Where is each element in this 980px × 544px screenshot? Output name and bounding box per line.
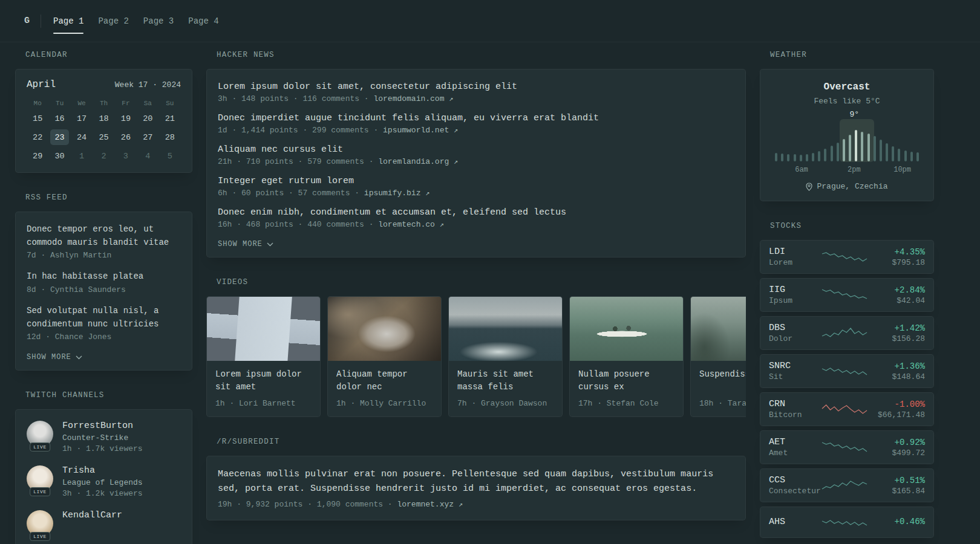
rss-item[interactable]: In hac habitasse platea 8d · Cynthia Sau… [27, 270, 181, 294]
weather-hour-bar [880, 140, 882, 161]
video-thumbnail[interactable] [570, 297, 683, 361]
rss-item-title[interactable]: Sed volutpat nulla nisl, a condimentum n… [27, 305, 181, 331]
stock-row[interactable]: SNRC Sit +1.36% $148.64 [760, 354, 934, 388]
stock-symbol[interactable]: LDI [769, 247, 820, 257]
stock-row[interactable]: AET Amet +0.92% $499.72 [760, 430, 934, 464]
stock-sparkline [821, 400, 868, 418]
stock-row[interactable]: IIG Ipsum +2.84% $42.04 [760, 278, 934, 312]
channel-name[interactable]: Trisha [62, 465, 143, 476]
twitch-channel[interactable]: LIVE ForrestBurton Counter-Strike 1h · 1… [27, 421, 181, 453]
stock-row[interactable]: CCS Consectetur +0.51% $165.84 [760, 468, 934, 502]
left-column: CALENDAR April Week 17 · 2024 MoTuWeThFr… [15, 51, 192, 544]
stock-sparkline [821, 438, 868, 456]
stock-values: +2.84% $42.04 [869, 285, 925, 305]
stock-row[interactable]: LDI Lorem +4.35% $795.18 [760, 240, 934, 274]
video-title[interactable]: Nullam posuere cursus ex [578, 368, 675, 393]
video-thumbnail[interactable] [328, 297, 441, 361]
videos-widget: VIDEOS Lorem ipsum dolor sit amet consec… [206, 278, 746, 417]
stock-values: +0.46% [869, 517, 925, 528]
video-thumbnail[interactable] [691, 297, 746, 361]
hn-story-title[interactable]: Donec enim nibh, condimentum et accumsan… [218, 207, 734, 218]
tab-page-3[interactable]: Page 3 [143, 0, 174, 42]
stock-symbol[interactable]: DBS [769, 323, 820, 333]
external-link-icon: ↗ [440, 221, 444, 229]
channel-game: Counter-Strike [62, 433, 143, 442]
video-title[interactable]: Lorem ipsum dolor sit amet consectetu… [215, 368, 312, 393]
hn-story-title[interactable]: Donec imperdiet augue tincidunt felis al… [218, 113, 734, 123]
stock-symbol[interactable]: AET [769, 437, 820, 447]
calendar-day: 22 [28, 129, 47, 145]
tab-page-4[interactable]: Page 4 [188, 0, 218, 42]
calendar-day: 5 [160, 148, 179, 164]
video-card[interactable]: Nullam posuere cursus ex 17h · Stefan Co… [569, 296, 684, 417]
twitch-channel[interactable]: LIVE KendallCarr [27, 510, 181, 537]
hackernews-show-more-button[interactable]: SHOW MORE [218, 240, 273, 248]
video-title[interactable]: Aliquam tempor dolor nec pharetra… [336, 368, 433, 393]
twitch-channel[interactable]: LIVE Trisha League of Legends 3h · 1.2k … [27, 465, 181, 498]
weather-time-axis: 6am2pm10pm [775, 166, 919, 175]
video-card[interactable]: Mauris sit amet massa felis 7h · Grayson… [448, 296, 563, 417]
rss-item-title[interactable]: Donec tempor eros leo, ut commodo mauris… [27, 223, 181, 249]
stock-row[interactable]: DBS Dolor +1.42% $156.28 [760, 316, 934, 350]
stock-identity: AET Amet [769, 437, 820, 458]
subreddit-post-domain[interactable]: loremnet.xyz ↗ [397, 500, 463, 509]
video-thumbnail[interactable] [449, 297, 562, 361]
tab-page-1[interactable]: Page 1 [53, 0, 83, 42]
hn-story-domain[interactable]: ipsumify.biz ↗ [364, 189, 430, 198]
video-thumbnail[interactable] [207, 297, 320, 361]
stock-sparkline [821, 362, 868, 380]
video-card[interactable]: Aliquam tempor dolor nec pharetra… 1h · … [327, 296, 442, 417]
stock-symbol[interactable]: IIG [769, 285, 820, 295]
video-title[interactable]: Suspendisse diam [699, 368, 746, 393]
stock-change: +1.42% [869, 323, 925, 333]
rss-item-meta: 12d · Chance Jones [27, 332, 181, 342]
weather-hourly-chart: 9° 6am2pm10pm [773, 112, 921, 175]
hn-story-meta: 16h · 468 points · 440 comments · loremt… [218, 220, 734, 229]
stock-symbol[interactable]: AHS [769, 517, 820, 527]
channel-name[interactable]: ForrestBurton [62, 421, 143, 431]
hn-story-domain[interactable]: loremdomain.com ↗ [373, 94, 453, 103]
calendar-day-header: Mo [34, 98, 42, 111]
calendar-day: 15 [28, 111, 47, 126]
video-title[interactable]: Mauris sit amet massa felis [457, 368, 554, 393]
stock-name: Ipsum [769, 296, 820, 305]
subreddit-post-meta-text: 19h · 9,932 points · 1,090 comments · [218, 500, 397, 509]
calendar-month: April [27, 79, 56, 90]
stock-symbol[interactable]: SNRC [769, 361, 820, 371]
weather-hour-bar [837, 143, 839, 161]
hn-story-meta: 21h · 710 points · 579 comments · loreml… [218, 157, 734, 166]
channel-name[interactable]: KendallCarr [62, 510, 122, 520]
stock-row[interactable]: CRN Bitcorn -1.00% $66,171.48 [760, 392, 934, 426]
hn-story-domain[interactable]: loremlandia.org ↗ [378, 157, 458, 166]
video-card[interactable]: Suspendisse diam 18h · Tara [690, 296, 746, 417]
chevron-down-icon [76, 355, 82, 360]
calendar-day-header: Fr [122, 98, 129, 111]
stock-symbol[interactable]: CCS [769, 475, 820, 485]
stock-name: Dolor [769, 334, 820, 343]
hn-story-domain[interactable]: ipsumworld.net ↗ [383, 126, 458, 135]
rss-item-title[interactable]: In hac habitasse platea [27, 270, 181, 283]
stock-identity: LDI Lorem [769, 247, 820, 267]
subreddit-post-title[interactable]: Maecenas mollis pulvinar erat non posuer… [218, 467, 734, 496]
video-card[interactable]: Lorem ipsum dolor sit amet consectetu… 1… [206, 296, 321, 417]
app-logo[interactable]: G [24, 16, 30, 26]
rss-show-more-button[interactable]: SHOW MORE [27, 353, 82, 361]
rss-item[interactable]: Donec tempor eros leo, ut commodo mauris… [27, 223, 181, 260]
stock-name: Lorem [769, 258, 820, 267]
stock-change: +0.92% [869, 438, 925, 447]
stock-sparkline [821, 476, 868, 494]
external-link-icon: ↗ [454, 126, 458, 135]
hn-story-domain[interactable]: loremtech.co ↗ [378, 220, 444, 229]
hn-story-title[interactable]: Lorem ipsum dolor sit amet, consectetur … [218, 82, 734, 92]
stock-symbol[interactable]: CRN [769, 399, 820, 409]
rss-item[interactable]: Sed volutpat nulla nisl, a condimentum n… [27, 305, 181, 342]
weather-hour-bar [904, 151, 907, 161]
stock-row[interactable]: AHS +0.46% [760, 507, 934, 538]
live-badge: LIVE [30, 442, 50, 452]
hn-story-title[interactable]: Integer eget rutrum lorem [218, 176, 734, 186]
hn-story-title[interactable]: Aliquam nec cursus elit [218, 144, 734, 155]
stock-name: Consectetur [769, 487, 820, 496]
stock-sparkline [821, 286, 868, 304]
tab-page-2[interactable]: Page 2 [98, 0, 128, 42]
calendar-week-year: Week 17 · 2024 [115, 80, 181, 89]
